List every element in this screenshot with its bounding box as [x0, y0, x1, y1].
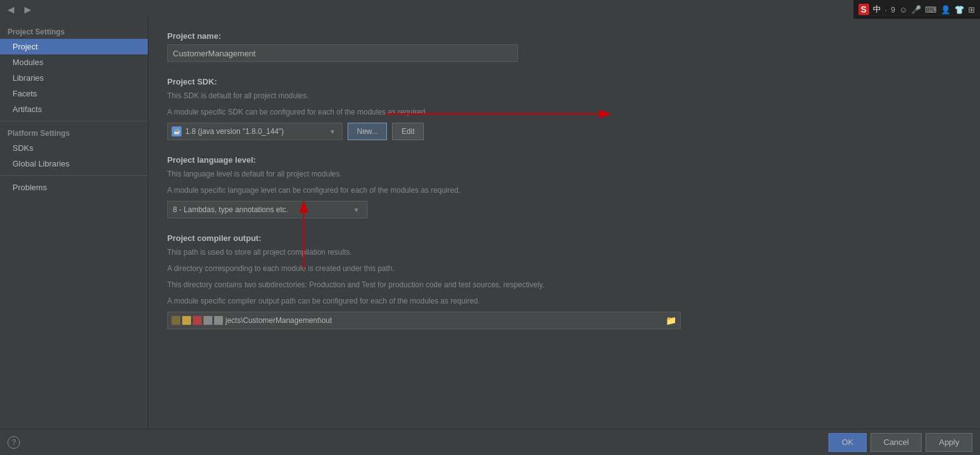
taskbar-zh-icon: 中 — [873, 4, 881, 15]
project-compiler-output-desc1: This path is used to store all project c… — [167, 247, 961, 258]
project-language-level-desc2: A module specific language level can be … — [167, 185, 961, 196]
compiler-output-path: jects\CustomerManagement\out — [225, 316, 663, 325]
language-level-value: 8 - Lambdas, type annotations etc. — [173, 205, 288, 214]
taskbar-s-icon: S — [859, 4, 869, 15]
project-language-level-label: Project language level: — [167, 155, 961, 165]
sdk-dropdown-arrow: ▼ — [327, 128, 338, 135]
cancel-button[interactable]: Cancel — [870, 433, 922, 452]
sdk-icon: ☕ — [172, 126, 182, 136]
taskbar-9-icon: 9 — [890, 5, 895, 14]
sidebar-divider-2 — [0, 175, 148, 176]
path-icon-3 — [193, 316, 202, 325]
language-level-dropdown[interactable]: 8 - Lambdas, type annotations etc. ▼ — [167, 201, 368, 218]
compiler-output-row: jects\CustomerManagement\out 📁 — [167, 312, 681, 329]
path-icon-2 — [182, 316, 191, 325]
apply-button[interactable]: Apply — [926, 433, 972, 452]
sidebar-item-project[interactable]: Project — [0, 39, 148, 54]
project-compiler-output-desc4: A module specific compiler output path c… — [167, 295, 961, 307]
forward-button[interactable]: ▶ — [22, 3, 34, 16]
taskbar-keyboard-icon: ⌨ — [925, 5, 937, 14]
bottom-bar: ? OK Cancel Apply — [0, 429, 980, 455]
project-sdk-desc2: A module specific SDK can be configured … — [167, 106, 961, 118]
project-language-level-section: Project language level: This language le… — [167, 155, 961, 218]
taskbar-dot-icon: · — [885, 5, 887, 14]
project-name-input[interactable] — [167, 44, 518, 62]
sidebar-item-global-libraries[interactable]: Global Libraries — [0, 156, 148, 171]
content-area: Project name: Project SDK: This SDK is d… — [148, 19, 980, 429]
path-icon-5 — [214, 316, 223, 325]
sdk-value: 1.8 (java version "1.8.0_144") — [185, 127, 284, 136]
sidebar-item-artifacts[interactable]: Artifacts — [0, 101, 148, 117]
help-button[interactable]: ? — [8, 436, 20, 449]
language-level-dropdown-arrow: ▼ — [351, 207, 362, 213]
taskbar-icons: S 中 · 9 ☺ 🎤 ⌨ 👤 👕 ⊞ — [854, 0, 980, 19]
project-compiler-output-label: Project compiler output: — [167, 233, 961, 243]
sidebar-item-sdks[interactable]: SDKs — [0, 140, 148, 156]
sidebar-item-modules[interactable]: Modules — [0, 54, 148, 70]
project-compiler-output-section: Project compiler output: This path is us… — [167, 233, 961, 329]
back-button[interactable]: ◀ — [5, 3, 17, 16]
taskbar-emoji-icon: ☺ — [899, 5, 907, 14]
platform-settings-label: Platform Settings — [0, 125, 148, 140]
taskbar-user-icon: 👤 — [941, 5, 951, 14]
project-name-section: Project name: — [167, 31, 961, 62]
taskbar-shirt-icon: 👕 — [954, 5, 964, 14]
project-sdk-section: Project SDK: This SDK is default for all… — [167, 77, 961, 140]
path-icon-1 — [172, 316, 180, 325]
project-compiler-output-desc3: This directory contains two subdirectori… — [167, 279, 961, 290]
project-settings-label: Project Settings — [0, 24, 148, 39]
taskbar-grid-icon: ⊞ — [968, 5, 975, 14]
project-sdk-label: Project SDK: — [167, 77, 961, 86]
sidebar-item-libraries[interactable]: Libraries — [0, 70, 148, 86]
project-compiler-output-desc2: A directory corresponding to each module… — [167, 263, 961, 274]
project-language-level-desc1: This language level is default for all p… — [167, 168, 961, 180]
path-icon-4 — [204, 316, 212, 325]
sidebar-item-problems[interactable]: Problems — [0, 180, 148, 195]
sidebar: Project Settings Project Modules Librari… — [0, 19, 148, 429]
taskbar-mic-icon: 🎤 — [911, 5, 921, 14]
project-sdk-desc1: This SDK is default for all project modu… — [167, 90, 961, 101]
project-name-label: Project name: — [167, 31, 961, 41]
sidebar-divider — [0, 121, 148, 121]
compiler-path-icons — [172, 316, 223, 325]
sdk-new-button[interactable]: New... — [348, 123, 387, 140]
sdk-dropdown[interactable]: ☕ 1.8 (java version "1.8.0_144") ▼ — [167, 123, 343, 140]
compiler-output-browse-button[interactable]: 📁 — [666, 315, 676, 325]
sdk-edit-button[interactable]: Edit — [392, 123, 424, 140]
ok-button[interactable]: OK — [828, 433, 867, 452]
sidebar-item-facets[interactable]: Facets — [0, 86, 148, 101]
